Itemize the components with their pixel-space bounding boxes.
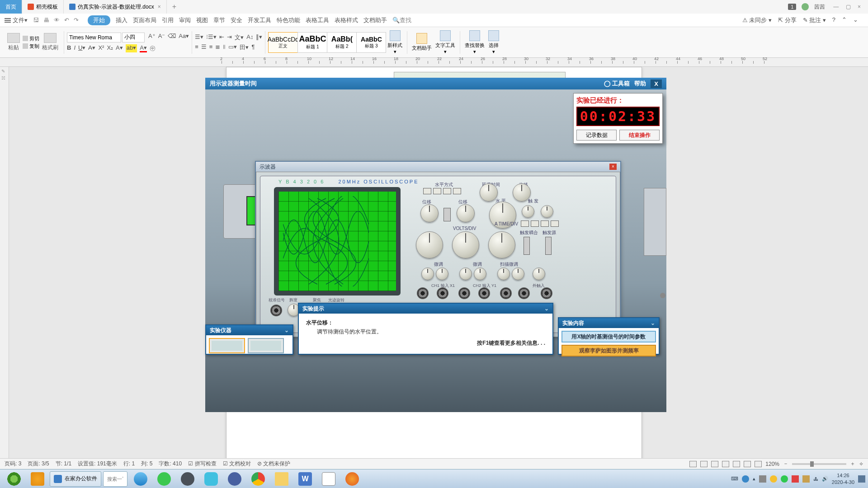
redo-icon[interactable]: ↷ (74, 17, 79, 23)
instrument-thumb-2[interactable] (248, 338, 284, 353)
show-marks-button[interactable]: ¶ (251, 43, 255, 52)
experiment-2-button[interactable]: 观察李萨如图形并测频率 (561, 345, 656, 357)
font-size-select[interactable] (122, 33, 145, 42)
close-icon[interactable]: × (158, 4, 161, 10)
tab-template[interactable]: 稻壳模板 (22, 0, 64, 14)
trigger-knob-2[interactable] (541, 205, 553, 218)
trig-btn-1[interactable] (521, 221, 529, 227)
zoom-in-button[interactable]: ＋ (850, 460, 855, 468)
taskbar-app-1[interactable] (26, 471, 49, 487)
web-view-icon[interactable] (744, 461, 751, 467)
copy-button[interactable]: 复制 (23, 43, 39, 50)
mode-a-button[interactable] (423, 188, 431, 194)
align-left-button[interactable]: ≡ (195, 43, 198, 52)
tray-network-icon[interactable]: 🖧 (813, 476, 818, 482)
taskbar-wps[interactable]: W (294, 471, 316, 487)
taskbar-sogou[interactable] (176, 471, 199, 487)
page-num[interactable]: 页码: 3 (5, 460, 21, 468)
content-header[interactable]: 实验内容⌄ (559, 318, 659, 328)
menu-devtools[interactable]: 开发工具 (248, 16, 271, 24)
experiment-1-button[interactable]: 用X轴的时基测信号的时间参数 (561, 331, 656, 343)
collapse-icon[interactable]: ⌄ (544, 305, 549, 312)
align-center-button[interactable]: ☰ (201, 43, 207, 52)
change-case-icon[interactable]: Aa▾ (179, 33, 189, 42)
page-count[interactable]: 页面: 3/5 (28, 460, 49, 468)
oscilloscope-titlebar[interactable]: 示波器 × (256, 162, 620, 172)
doc-assist-button[interactable]: 文档助手 (410, 33, 434, 52)
tools-icon[interactable] (755, 461, 762, 467)
ch1-fine-knob[interactable] (421, 267, 434, 280)
share-button[interactable]: ⇱ 分享 (778, 16, 797, 24)
format-painter[interactable]: 格式刷 (42, 33, 58, 52)
trigger-knob-1[interactable] (522, 205, 534, 218)
indent-right-button[interactable]: ⇥ (227, 33, 232, 42)
sim-titlebar[interactable]: 用示波器测量时间 ◯ 工具箱 帮助 X (205, 78, 666, 89)
menu-view[interactable]: 视图 (196, 16, 208, 24)
menu-features[interactable]: 特色功能 (277, 16, 300, 24)
clipboard-icon[interactable] (7, 33, 20, 43)
help-icon[interactable]: ? (832, 16, 835, 24)
ext-bnc-3[interactable] (541, 287, 552, 299)
ext-bnc-2[interactable] (518, 287, 530, 299)
find-replace-button[interactable]: 查找替换▾ (463, 30, 486, 55)
shrink-font-icon[interactable]: A⁻ (158, 33, 165, 42)
taskbar-explorer[interactable]: 在家办公软件 (50, 471, 101, 487)
mode-ab-button[interactable] (433, 188, 441, 194)
ext-bnc-1[interactable] (500, 287, 512, 299)
print-icon[interactable]: 🖶 (43, 17, 49, 23)
tray-icon-1[interactable] (742, 475, 749, 483)
taskbar-firefox[interactable] (341, 471, 363, 487)
notification-badge[interactable]: 1 (788, 4, 796, 10)
highlight-button[interactable]: ab▾ (126, 44, 137, 52)
ch1-var-knob[interactable] (436, 267, 448, 280)
close-icon[interactable]: × (609, 164, 617, 170)
hint-header[interactable]: 实验提示⌄ (299, 304, 552, 314)
doc-proof[interactable]: ☑ 文档校对 (223, 460, 251, 468)
menu-section[interactable]: 章节 (213, 16, 225, 24)
tray-icon-5[interactable] (792, 475, 799, 483)
taskbar-chrome[interactable] (247, 471, 269, 487)
btime-knob[interactable] (533, 267, 545, 280)
distribute-button[interactable]: ⫴ (223, 43, 226, 52)
menu-table-tools[interactable]: 表格工具 (306, 16, 329, 24)
taskbar-folder[interactable] (270, 471, 293, 487)
tray-icon-4[interactable] (781, 475, 788, 483)
show-desktop[interactable] (858, 475, 865, 483)
tray-icon-3[interactable] (770, 475, 777, 483)
bullets-button[interactable]: ☰▾ (195, 33, 203, 42)
ch2-var-knob[interactable] (474, 267, 486, 280)
style-normal[interactable]: AaBbCcDd正文 (268, 32, 298, 53)
best-fit-icon[interactable]: ✧ (859, 461, 863, 467)
mode-b-button[interactable] (443, 188, 451, 194)
style-h1[interactable]: AaBbC标题 1 (297, 32, 327, 53)
numbering-button[interactable]: ⁝☰▾ (206, 33, 217, 42)
read-mode-icon[interactable] (700, 461, 708, 467)
edit-mode-icon[interactable] (711, 461, 718, 467)
ch1-position-knob[interactable] (420, 204, 439, 222)
shading-button[interactable]: ▭▾ (228, 43, 237, 52)
menu-layout[interactable]: 页面布局 (133, 16, 156, 24)
help-button[interactable]: 帮助 (634, 80, 646, 88)
holdoff-knob[interactable] (512, 267, 524, 280)
outline-view-icon[interactable] (733, 461, 740, 467)
menu-insert[interactable]: 插入 (116, 16, 127, 24)
align-right-button[interactable]: ≡ (209, 43, 213, 52)
trig-btn-2[interactable] (531, 221, 539, 227)
align-justify-button[interactable]: ≣ (215, 43, 220, 52)
zoom-level[interactable]: 120% (765, 461, 779, 467)
comment-button[interactable]: ✎ 批注 ▾ (803, 16, 826, 24)
page-view-icon[interactable] (722, 461, 729, 467)
sync-status[interactable]: ⚠ 未同步 ▾ (742, 16, 772, 24)
tray-icon-6[interactable] (802, 475, 810, 483)
text-direction-button[interactable]: 文▾ (235, 33, 244, 42)
grow-font-icon[interactable]: A⁺ (148, 33, 156, 42)
fullscreen-icon[interactable] (689, 461, 697, 467)
restore-icon[interactable]: ▢ (846, 4, 851, 10)
style-h2[interactable]: AaBb(标题 2 (327, 32, 357, 53)
ch2-fine-knob[interactable] (459, 267, 472, 280)
cut-button[interactable]: 剪切 (23, 35, 39, 42)
ch2-volts-knob[interactable] (452, 231, 479, 258)
superscript-button[interactable]: X² (98, 44, 104, 52)
ch2-bnc-2[interactable] (478, 287, 490, 299)
taskbar-360[interactable] (153, 471, 175, 487)
